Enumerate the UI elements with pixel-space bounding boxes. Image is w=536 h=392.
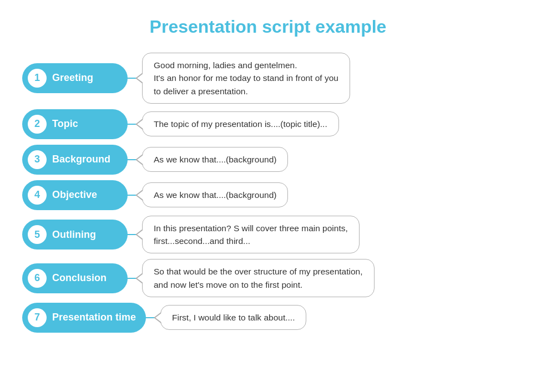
speech-bubble-2: The topic of my presentation is....(topi…	[142, 111, 339, 136]
presentation-row-1: 1GreetingGood morning, ladies and gentel…	[22, 53, 514, 104]
rows-container: 1GreetingGood morning, ladies and gentel…	[22, 53, 514, 333]
badge-text-7: Presentation time	[52, 312, 136, 323]
speech-bubble-5: In this presentation? S will cover three…	[142, 216, 360, 254]
speech-bubble-1: Good morning, ladies and gentelmen.It's …	[142, 53, 350, 104]
badge-text-2: Topic	[52, 118, 78, 130]
badge-label-7: 7Presentation time	[22, 303, 146, 333]
speech-bubble-6: So that would be the over structure of m…	[142, 259, 375, 297]
badge-label-5: 5Outlining	[22, 220, 128, 250]
presentation-row-2: 2TopicThe topic of my presentation is...…	[22, 109, 514, 139]
badge-number-3: 3	[28, 150, 47, 169]
badge-label-4: 4Objective	[22, 180, 128, 210]
badge-text-4: Objective	[52, 189, 97, 201]
badge-number-1: 1	[28, 69, 47, 88]
presentation-row-6: 6ConclusionSo that would be the over str…	[22, 259, 514, 297]
speech-bubble-7: First, I would like to talk about....	[160, 305, 306, 330]
presentation-row-3: 3BackgroundAs we know that....(backgroun…	[22, 145, 514, 175]
badge-number-4: 4	[28, 186, 47, 205]
badge-text-1: Greeting	[52, 72, 93, 84]
badge-text-5: Outlining	[52, 229, 96, 241]
badge-number-2: 2	[28, 115, 47, 134]
presentation-row-7: 7Presentation timeFirst, I would like to…	[22, 303, 514, 333]
badge-label-6: 6Conclusion	[22, 263, 128, 293]
badge-number-5: 5	[28, 225, 47, 244]
badge-number-7: 7	[28, 308, 47, 327]
presentation-row-4: 4ObjectiveAs we know that....(background…	[22, 180, 514, 210]
badge-label-2: 2Topic	[22, 109, 128, 139]
presentation-row-5: 5OutliningIn this presentation? S will c…	[22, 216, 514, 254]
badge-label-1: 1Greeting	[22, 63, 128, 93]
badge-label-3: 3Background	[22, 145, 128, 175]
page-title: Presentation script example	[22, 17, 514, 37]
speech-bubble-4: As we know that....(background)	[142, 182, 288, 207]
badge-text-6: Conclusion	[52, 272, 107, 284]
badge-text-3: Background	[52, 154, 110, 165]
speech-bubble-3: As we know that....(background)	[142, 147, 288, 172]
badge-number-6: 6	[28, 269, 47, 288]
